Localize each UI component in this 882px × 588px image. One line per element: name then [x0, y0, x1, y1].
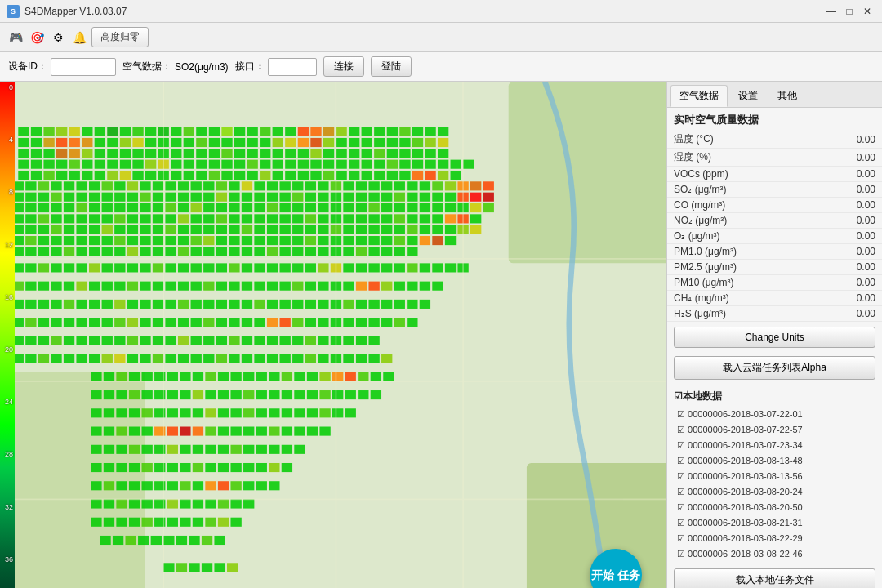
svg-rect-672 — [193, 390, 203, 399]
svg-rect-54 — [209, 138, 220, 147]
change-units-button[interactable]: Change Units — [674, 327, 875, 348]
svg-rect-596 — [216, 336, 227, 345]
svg-rect-528 — [203, 300, 214, 309]
scale-bar: 0 4 8 12 16 20 24 28 32 36 40 — [0, 82, 15, 588]
load-local-button[interactable]: 载入本地任务文件 — [674, 568, 875, 588]
task-item-2[interactable]: ☑ 00000006-2018-03-07-23-34 — [670, 438, 879, 453]
svg-rect-394 — [292, 236, 303, 245]
task-item-6[interactable]: ☑ 00000006-2018-03-08-20-50 — [670, 500, 879, 515]
svg-rect-640 — [91, 372, 101, 381]
scale-label-28: 28 — [2, 450, 13, 458]
svg-rect-344 — [140, 225, 150, 234]
svg-rect-364 — [394, 225, 405, 234]
air-data-label: 空气数据： — [122, 60, 172, 74]
svg-rect-537 — [318, 300, 328, 309]
svg-rect-670 — [167, 390, 178, 399]
svg-rect-103 — [399, 149, 410, 158]
svg-rect-587 — [102, 336, 113, 345]
svg-rect-691 — [142, 408, 153, 417]
svg-rect-291 — [445, 203, 456, 212]
device-id-field: 设备ID： — [8, 58, 116, 76]
maximize-button[interactable]: □ — [841, 4, 858, 19]
scale-label-24: 24 — [2, 398, 13, 406]
tab-other[interactable]: 其他 — [768, 85, 806, 107]
svg-rect-183 — [64, 181, 74, 190]
task-item-4[interactable]: ☑ 00000006-2018-03-08-13-56 — [670, 469, 879, 484]
svg-rect-79 — [95, 149, 105, 158]
svg-rect-796 — [193, 518, 203, 527]
svg-rect-211 — [420, 181, 430, 190]
air-quality-value-8: 0.00 — [843, 261, 875, 273]
task-list: ☑ 00000006-2018-03-07-22-01☑ 00000006-20… — [670, 407, 879, 562]
svg-rect-746 — [116, 463, 127, 472]
height-zero-button[interactable]: 高度归零 — [91, 27, 149, 47]
svg-rect-599 — [254, 336, 265, 345]
svg-rect-325 — [381, 214, 392, 223]
svg-rect-294 — [483, 203, 494, 212]
svg-rect-423 — [203, 247, 214, 256]
task-item-5[interactable]: ☑ 00000006-2018-03-08-20-24 — [670, 484, 879, 500]
svg-rect-270 — [178, 203, 189, 212]
map-tile[interactable] — [15, 82, 666, 588]
svg-rect-595 — [203, 336, 214, 345]
svg-rect-738 — [230, 445, 241, 454]
svg-rect-626 — [216, 354, 227, 363]
map-area[interactable]: 0 4 8 12 16 20 24 28 32 36 40 — [0, 82, 666, 588]
toolbar-icon-2[interactable]: 🎯 — [28, 29, 46, 47]
port-input[interactable] — [268, 58, 317, 76]
svg-rect-225 — [102, 193, 113, 202]
svg-rect-410 — [38, 247, 49, 256]
svg-rect-658 — [319, 372, 330, 381]
svg-rect-430 — [292, 247, 303, 256]
device-id-input[interactable] — [51, 58, 116, 76]
svg-rect-205 — [343, 181, 354, 190]
svg-rect-708 — [91, 427, 101, 436]
svg-rect-232 — [191, 193, 202, 202]
svg-rect-429 — [280, 247, 291, 256]
scale-label-0: 0 — [2, 83, 13, 91]
svg-rect-318 — [292, 214, 303, 223]
toolbar-icon-4[interactable]: 🔔 — [70, 29, 88, 47]
svg-rect-643 — [129, 372, 140, 381]
svg-rect-187 — [114, 181, 125, 190]
task-item-7[interactable]: ☑ 00000006-2018-03-08-21-31 — [670, 515, 879, 531]
tab-settings[interactable]: 设置 — [729, 85, 767, 107]
minimize-button[interactable]: — — [823, 4, 840, 19]
svg-rect-244 — [343, 193, 354, 202]
svg-rect-473 — [420, 263, 430, 272]
task-item-0[interactable]: ☑ 00000006-2018-03-07-22-01 — [670, 407, 879, 422]
task-item-3[interactable]: ☑ 00000006-2018-03-08-13-48 — [670, 453, 879, 469]
tab-air-data[interactable]: 空气数据 — [670, 85, 728, 107]
svg-rect-409 — [25, 247, 36, 256]
svg-rect-57 — [247, 138, 257, 147]
task-item-8[interactable]: ☑ 00000006-2018-03-08-22-29 — [670, 531, 879, 546]
close-button[interactable]: ✕ — [859, 4, 875, 19]
air-quality-row-10: CH₄ (mg/m³) 0.00 — [667, 291, 882, 306]
svg-rect-474 — [432, 263, 443, 272]
svg-rect-139 — [425, 160, 435, 169]
svg-rect-639 — [381, 354, 392, 363]
svg-rect-134 — [362, 160, 372, 169]
svg-rect-460 — [254, 263, 265, 272]
toolbar-icon-3[interactable]: ⚙ — [49, 29, 67, 47]
svg-rect-23 — [247, 127, 257, 136]
svg-rect-555 — [114, 318, 125, 327]
svg-rect-18 — [184, 127, 194, 136]
svg-rect-668 — [142, 390, 153, 399]
svg-rect-2 — [15, 372, 145, 588]
svg-rect-122 — [209, 160, 220, 169]
svg-rect-143 — [18, 171, 29, 180]
svg-rect-170 — [362, 171, 372, 180]
login-button[interactable]: 登陆 — [371, 56, 412, 77]
svg-rect-250 — [420, 193, 430, 202]
toolbar-icon-1[interactable]: 🎮 — [7, 29, 24, 47]
svg-rect-784 — [205, 499, 216, 508]
task-item-9[interactable]: ☑ 00000006-2018-03-08-22-46 — [670, 546, 879, 562]
connect-button[interactable]: 连接 — [323, 56, 364, 77]
load-cloud-button[interactable]: 载入云端任务列表Alpha — [674, 356, 875, 380]
svg-rect-37 — [425, 127, 435, 136]
svg-rect-627 — [229, 354, 239, 363]
task-item-1[interactable]: ☑ 00000006-2018-03-07-22-57 — [670, 422, 879, 438]
svg-rect-525 — [165, 300, 176, 309]
svg-rect-162 — [260, 171, 270, 180]
